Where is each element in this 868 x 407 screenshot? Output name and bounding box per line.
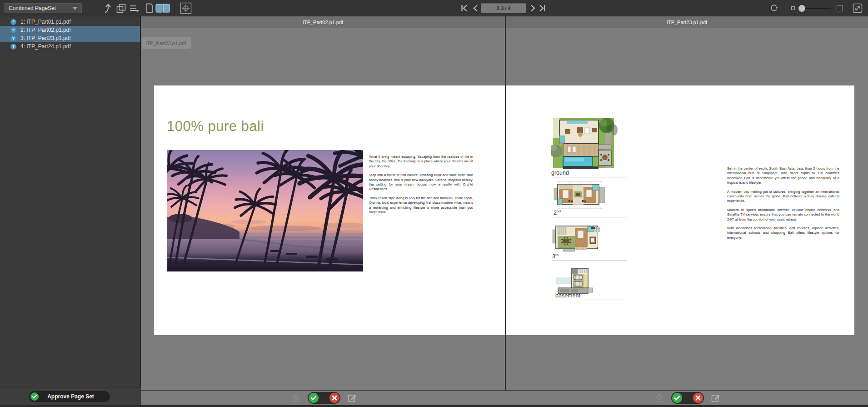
floor-label-text: ground xyxy=(551,170,569,176)
window-bottom-edge xyxy=(0,405,868,407)
toolbar-separator xyxy=(141,0,141,16)
rotate-button[interactable] xyxy=(769,3,779,13)
last-page-icon xyxy=(539,5,546,12)
floor-label-2nd: 2nd xyxy=(554,209,627,217)
approve-reject-toggle xyxy=(671,392,704,404)
first-page-button[interactable] xyxy=(461,5,468,12)
paragraph: Modern hi speed broadband internet, cell… xyxy=(727,208,839,222)
pageset-dropdown-value: Combined PageSet xyxy=(4,5,72,11)
download-icon[interactable] xyxy=(291,393,301,403)
pdf-page-right[interactable]: ground xyxy=(506,85,854,335)
left-page-header: ITP_Part02.p1.pdf xyxy=(141,16,505,28)
floor-label-text: 3 xyxy=(552,253,555,260)
body-text-column: What if living meant escaping. Escaping … xyxy=(369,155,473,219)
first-page-icon xyxy=(461,5,468,12)
paragraph: Think resort style living is only for th… xyxy=(369,196,473,215)
approve-reject-toggle xyxy=(308,392,340,404)
paragraph: A modern day melting pot of cultures, br… xyxy=(727,190,839,204)
pageset-dropdown[interactable]: Combined PageSet xyxy=(4,3,82,13)
page-actions-left xyxy=(285,391,363,405)
spread-view-button[interactable] xyxy=(155,3,170,13)
sidebar-item-label: 4: ITP_Part24.p1.pdf xyxy=(20,43,71,50)
smart-review-button[interactable] xyxy=(180,2,192,14)
annotate-icon[interactable] xyxy=(347,393,357,403)
floor-plan-3rd xyxy=(552,224,604,252)
approve-page-button[interactable] xyxy=(309,393,319,403)
paragraph: With worldclass recreational facilities,… xyxy=(727,226,839,240)
paragraph: Step into a world of rich culture, amazi… xyxy=(369,173,473,192)
page-file-list: ? 1: ITP_Part01.p1.pdf ? 2: ITP_Part02.p… xyxy=(0,18,140,50)
right-page-header: ITP_Part23.p1.pdf xyxy=(506,16,868,28)
floor-label-3rd: 3rd xyxy=(552,253,627,261)
beach-sunset-photo xyxy=(167,150,363,271)
floor-label-text: basement xyxy=(555,292,580,299)
status-question-icon: ? xyxy=(10,19,16,25)
status-question-icon: ? xyxy=(10,27,16,33)
status-question-icon: ? xyxy=(10,35,16,41)
pdf-page-left[interactable]: 100% pure bali xyxy=(154,85,505,335)
sidebar-item-label: 3: ITP_Part23.p1.pdf xyxy=(20,35,71,41)
sidebar-item-page4[interactable]: ? 4: ITP_Part24.p1.pdf xyxy=(0,42,140,50)
single-page-icon xyxy=(146,3,154,13)
spread-view-icon xyxy=(155,3,170,13)
chevron-down-icon xyxy=(72,7,78,10)
palm-silhouette-art xyxy=(167,150,363,271)
fullscreen-icon xyxy=(853,3,863,13)
sidebar-item-label: 1: ITP_Part01.p1.pdf xyxy=(20,19,71,25)
page-title: 100% pure bali xyxy=(167,118,264,135)
sidebar-item-label: 2: ITP_Part02.p1.pdf xyxy=(20,27,71,33)
panel-divider xyxy=(505,16,506,405)
approve-pageset-label: Approve Page Set xyxy=(39,393,110,400)
menu-icon xyxy=(129,4,140,12)
floor-label-ground: ground xyxy=(551,169,627,177)
sidebar-item-page3[interactable]: ? 3: ITP_Part23.p1.pdf xyxy=(0,34,140,42)
top-toolbar: Combined PageSet xyxy=(0,0,868,16)
floor-label-sup: nd xyxy=(557,209,561,213)
floor-label-sup: rd xyxy=(555,253,559,257)
floor-plan-ground xyxy=(551,116,618,172)
body-text-column: Set in the center of exotic South East A… xyxy=(727,166,839,244)
next-page-button[interactable] xyxy=(530,5,536,12)
reject-page-button[interactable] xyxy=(329,393,339,403)
page-number-input[interactable] xyxy=(481,3,526,13)
floor-label-text: 2 xyxy=(554,210,557,216)
fit-page-button[interactable] xyxy=(837,5,843,11)
list-options-button[interactable] xyxy=(129,4,140,12)
status-question-icon: ? xyxy=(10,44,16,50)
floor-plan-2nd xyxy=(554,181,606,209)
left-page-filename: ITP_Part02.p1.pdf xyxy=(303,20,343,25)
floor-plan-basement xyxy=(555,267,601,295)
approve-pageset-button[interactable]: Approve Page Set xyxy=(29,391,110,402)
download-icon[interactable] xyxy=(654,393,664,403)
approve-check-icon xyxy=(30,392,39,401)
tooltip-text: ITP_Part23.p1.pdf xyxy=(145,40,186,46)
prev-page-button[interactable] xyxy=(473,5,479,12)
paragraph: Set in the center of exotic South East A… xyxy=(727,166,839,186)
approve-page-button[interactable] xyxy=(672,393,682,403)
next-page-icon xyxy=(530,5,536,12)
crosshair-icon xyxy=(180,2,192,14)
pages-sidebar: ? 1: ITP_Part01.p1.pdf ? 2: ITP_Part02.p… xyxy=(0,16,141,405)
right-page-filename: ITP_Part23.p1.pdf xyxy=(667,20,707,25)
page-actions-right xyxy=(649,391,726,405)
overlapping-squares-icon xyxy=(116,4,126,13)
prev-page-icon xyxy=(473,5,479,12)
fullscreen-button[interactable] xyxy=(853,3,863,13)
compare-pages-button[interactable] xyxy=(116,4,126,13)
sidebar-item-page1[interactable]: ? 1: ITP_Part01.p1.pdf xyxy=(0,18,140,26)
annotate-icon[interactable] xyxy=(711,393,721,403)
upload-icon xyxy=(104,3,113,14)
last-page-button[interactable] xyxy=(539,5,546,12)
upload-button[interactable] xyxy=(104,3,113,14)
zoom-slider-knob[interactable] xyxy=(798,5,805,12)
single-page-view-button[interactable] xyxy=(146,3,154,13)
zoom-out-icon[interactable] xyxy=(791,6,795,10)
proofing-viewer-window: Combined PageSet xyxy=(0,0,868,407)
sidebar-item-page2[interactable]: ? 2: ITP_Part02.p1.pdf xyxy=(0,26,140,34)
paragraph: What if living meant escaping. Escaping … xyxy=(369,155,473,169)
rotate-icon xyxy=(769,3,779,13)
floor-label-basement: basement xyxy=(555,292,627,300)
toolbar-separator xyxy=(175,0,175,16)
reject-page-button[interactable] xyxy=(693,393,703,403)
filename-tooltip: ITP_Part23.p1.pdf xyxy=(142,37,191,49)
